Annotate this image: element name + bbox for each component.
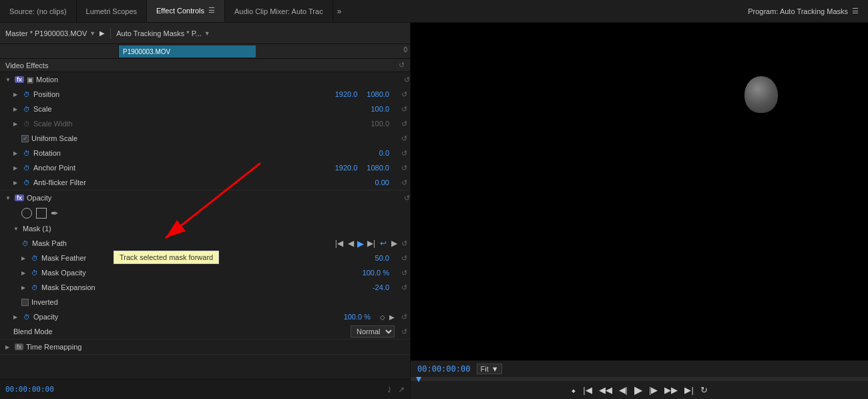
- mask-feather-reset[interactable]: ↺: [401, 254, 407, 263]
- fit-dropdown[interactable]: Fit ▼: [477, 364, 501, 374]
- mask-expansion-expand[interactable]: ▶: [21, 285, 28, 291]
- mask-path-reset[interactable]: ↺: [401, 239, 407, 248]
- transport-step-fwd[interactable]: ▶|: [684, 385, 693, 395]
- mask-opacity-val[interactable]: 100.0 %: [363, 269, 389, 277]
- mask-feather-expand[interactable]: ▶: [21, 255, 28, 261]
- position-stopwatch[interactable]: ⏱: [23, 90, 31, 98]
- program-time-display[interactable]: 00:00:00:00: [417, 364, 470, 374]
- position-x[interactable]: 1920.0: [335, 90, 358, 98]
- motion-reset[interactable]: ↺: [404, 76, 410, 84]
- effects-reset-icon[interactable]: ↺: [399, 61, 405, 70]
- tab-lumetri[interactable]: Lumetri Scopes: [77, 0, 147, 22]
- transport-play[interactable]: ▶: [634, 384, 642, 396]
- opacity-group-row[interactable]: ▼ fx Opacity ↺: [0, 190, 410, 205]
- scale-reset[interactable]: ↺: [401, 105, 407, 114]
- transport-play-back[interactable]: ◀|: [619, 385, 628, 395]
- timeline-ruler[interactable]: 00:00 00:00:04:23 0 P1900003.MOV: [119, 44, 410, 58]
- inverted-checkbox[interactable]: [21, 299, 29, 306]
- mask-expansion-reset[interactable]: ↺: [401, 283, 407, 292]
- rotation-stopwatch[interactable]: ⏱: [23, 149, 31, 157]
- clip-play-button[interactable]: ▶: [99, 29, 105, 37]
- mask-goto-first[interactable]: |◀: [334, 238, 345, 249]
- program-menu-icon[interactable]: ☰: [852, 7, 859, 15]
- opacity-group-reset[interactable]: ↺: [404, 194, 410, 203]
- tab-overflow[interactable]: »: [333, 7, 346, 16]
- mask-track-fwd-arrow[interactable]: ▶: [390, 238, 399, 249]
- program-ruler[interactable]: [411, 377, 868, 381]
- scale-width-expand[interactable]: ▶: [13, 121, 20, 127]
- blend-mode-select[interactable]: Normal: [351, 325, 395, 338]
- opacity-group-label: Opacity: [27, 194, 401, 202]
- tab-source[interactable]: Source: (no clips): [0, 0, 77, 22]
- master-dropdown[interactable]: ▼: [89, 30, 95, 37]
- rect-mask-button[interactable]: [36, 208, 47, 219]
- anti-flicker-val[interactable]: 0.00: [375, 178, 389, 186]
- mask-prev-frame[interactable]: ◀: [347, 238, 355, 249]
- anti-flicker-stopwatch[interactable]: ⏱: [23, 178, 31, 186]
- uniform-scale-checkmark: ✓: [23, 135, 28, 142]
- effects-section[interactable]: Video Effects ↺ ▼ fx ▣ Motion ↺ ▶ ⏱ Posi…: [0, 59, 410, 379]
- opacity-keyframe-nav[interactable]: ◇: [380, 313, 385, 321]
- current-time-display[interactable]: 00:00:00:00: [5, 385, 54, 394]
- uniform-scale-checkbox[interactable]: ✓: [21, 135, 29, 142]
- transport-step-back[interactable]: |◀: [583, 385, 592, 395]
- transport-marker[interactable]: ⬥: [571, 385, 576, 395]
- mask1-row[interactable]: ▼ Mask (1): [0, 221, 410, 236]
- scroll-to-playhead-icon[interactable]: ⤸: [386, 385, 393, 394]
- position-reset[interactable]: ↺: [401, 90, 407, 99]
- scale-expand[interactable]: ▶: [13, 106, 20, 112]
- scale-width-reset[interactable]: ↺: [401, 120, 407, 128]
- mask-opacity-reset[interactable]: ↺: [401, 269, 407, 277]
- transport-loop[interactable]: ↻: [700, 385, 708, 395]
- transport-back-1[interactable]: ◀◀: [599, 385, 612, 395]
- opacity-val-reset[interactable]: ↺: [401, 313, 407, 321]
- mask-feather-stopwatch[interactable]: ⏱: [31, 254, 39, 262]
- transport-play-fwd[interactable]: |▶: [649, 385, 658, 395]
- mask-next-frame[interactable]: ▶|: [366, 238, 377, 249]
- blend-mode-reset[interactable]: ↺: [401, 327, 407, 336]
- scale-val[interactable]: 100.0: [371, 105, 389, 113]
- rotation-reset[interactable]: ↺: [401, 149, 407, 158]
- opacity-val[interactable]: 100.0 %: [344, 313, 371, 321]
- mask-opacity-stopwatch[interactable]: ⏱: [31, 269, 39, 277]
- anchor-point-stopwatch[interactable]: ⏱: [23, 164, 31, 172]
- mask-feather-val[interactable]: 50.0: [375, 254, 389, 262]
- rotation-expand[interactable]: ▶: [13, 150, 20, 156]
- pen-mask-button[interactable]: ✒: [51, 208, 59, 219]
- mask-play-forward[interactable]: ▶: [357, 239, 364, 249]
- scale-stopwatch[interactable]: ⏱: [23, 105, 31, 113]
- position-y[interactable]: 1080.0: [367, 90, 389, 98]
- export-icon[interactable]: ↗: [398, 385, 405, 394]
- blend-mode-label: Blend Mode: [13, 327, 351, 336]
- mask-expansion-val[interactable]: -24.0: [373, 283, 389, 291]
- rotation-val[interactable]: 0.0: [379, 149, 389, 157]
- mask-opacity-expand[interactable]: ▶: [21, 270, 28, 276]
- anchor-point-expand[interactable]: ▶: [13, 165, 20, 171]
- opacity-keyframe-fwd[interactable]: ▶: [389, 313, 395, 321]
- opacity-val-stopwatch[interactable]: ⏱: [23, 313, 31, 321]
- opacity-val-expand[interactable]: ▶: [13, 314, 20, 320]
- mask-track-reverse[interactable]: ↩: [379, 238, 388, 249]
- mask1-chevron[interactable]: ▼: [13, 226, 20, 232]
- anchor-x[interactable]: 1920.0: [335, 164, 358, 172]
- uniform-scale-checkbox-row: ✓ Uniform Scale: [21, 134, 77, 142]
- ellipse-mask-button[interactable]: [21, 208, 32, 219]
- time-remapping-row[interactable]: ▶ fx Time Remapping: [0, 340, 410, 354]
- tab-audio-mixer[interactable]: Audio Clip Mixer: Auto Trac: [225, 0, 333, 22]
- anti-flicker-reset[interactable]: ↺: [401, 178, 407, 187]
- sequence-dropdown[interactable]: ▼: [204, 30, 210, 37]
- effect-controls-menu-icon[interactable]: ☰: [208, 6, 215, 15]
- anchor-y[interactable]: 1080.0: [367, 164, 389, 172]
- anchor-point-row: ▶ ⏱ Anchor Point 1920.0 1080.0 ↺: [0, 160, 410, 175]
- anti-flicker-expand[interactable]: ▶: [13, 180, 20, 186]
- mask-path-stopwatch[interactable]: ⏱: [21, 239, 29, 247]
- uniform-scale-reset[interactable]: ↺: [401, 134, 407, 143]
- opacity-val-right: 100.0 % ◇ ▶ ↺: [344, 313, 407, 321]
- motion-group-row[interactable]: ▼ fx ▣ Motion ↺: [0, 72, 410, 87]
- transport-fwd[interactable]: ▶▶: [664, 385, 678, 395]
- mask-expansion-stopwatch[interactable]: ⏱: [31, 283, 39, 291]
- anchor-reset[interactable]: ↺: [401, 164, 407, 172]
- position-expand[interactable]: ▶: [13, 92, 20, 98]
- mask-expansion-row: ▶ ⏱ Mask Expansion -24.0 ↺: [0, 280, 410, 295]
- tab-effect-controls[interactable]: Effect Controls ☰: [147, 0, 225, 22]
